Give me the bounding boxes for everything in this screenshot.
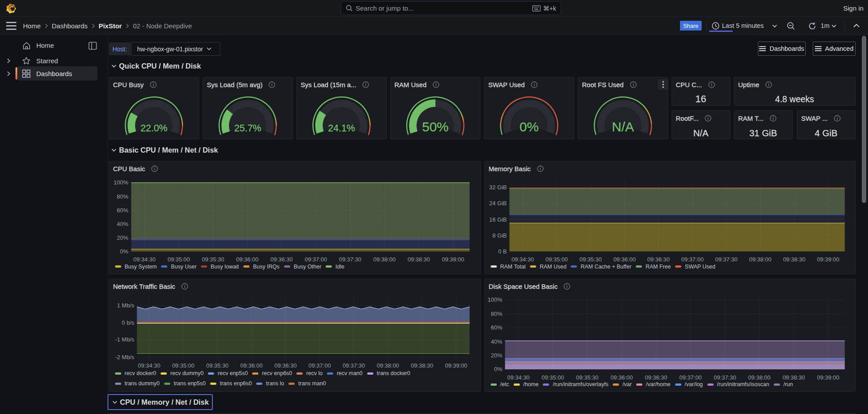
svg-text:25.7%: 25.7% (234, 123, 261, 134)
svg-text:20%: 20% (491, 352, 502, 359)
svg-text:09:35:30: 09:35:30 (202, 256, 224, 262)
svg-text:80%: 80% (491, 310, 502, 317)
svg-text:09:37:30: 09:37:30 (715, 256, 737, 262)
svg-text:16 GiB: 16 GiB (489, 216, 507, 222)
svg-text:09:37:30: 09:37:30 (339, 256, 361, 262)
svg-text:0%: 0% (494, 366, 502, 372)
svg-text:09:38:00: 09:38:00 (748, 374, 771, 380)
svg-text:09:35:30: 09:35:30 (579, 256, 602, 262)
svg-text:-1 Mb/s: -1 Mb/s (115, 336, 134, 343)
svg-text:09:39:00: 09:39:00 (817, 374, 839, 380)
svg-text:09:39:00: 09:39:00 (817, 256, 839, 262)
svg-text:60%: 60% (491, 324, 502, 331)
svg-text:09:34:30: 09:34:30 (511, 256, 534, 262)
svg-text:09:36:00: 09:36:00 (610, 374, 633, 380)
svg-text:100%: 100% (488, 296, 503, 303)
svg-text:09:35:00: 09:35:00 (545, 256, 568, 262)
svg-text:09:38:30: 09:38:30 (411, 362, 433, 369)
svg-text:32 GiB: 32 GiB (489, 184, 507, 191)
svg-text:09:35:00: 09:35:00 (542, 374, 564, 380)
svg-text:24.1%: 24.1% (328, 123, 355, 134)
svg-text:09:38:00: 09:38:00 (373, 256, 396, 262)
svg-text:09:39:00: 09:39:00 (442, 256, 464, 262)
svg-text:N/A: N/A (611, 119, 634, 134)
svg-text:09:36:00: 09:36:00 (613, 256, 636, 262)
svg-text:09:38:30: 09:38:30 (783, 256, 805, 262)
svg-text:09:38:30: 09:38:30 (782, 374, 805, 380)
svg-text:09:39:00: 09:39:00 (445, 362, 467, 369)
svg-text:09:34:30: 09:34:30 (138, 362, 160, 369)
svg-text:09:37:30: 09:37:30 (714, 374, 736, 380)
svg-text:09:36:00: 09:36:00 (236, 256, 258, 262)
svg-text:09:37:00: 09:37:00 (679, 374, 702, 380)
svg-text:1 Mb/s: 1 Mb/s (117, 302, 134, 309)
svg-text:09:37:30: 09:37:30 (342, 362, 365, 369)
svg-text:09:36:30: 09:36:30 (645, 374, 667, 380)
svg-text:09:36:00: 09:36:00 (240, 362, 263, 369)
svg-text:20%: 20% (116, 234, 128, 241)
svg-text:09:35:00: 09:35:00 (172, 362, 194, 369)
svg-text:09:38:00: 09:38:00 (749, 256, 772, 262)
svg-text:24 GiB: 24 GiB (489, 200, 507, 207)
svg-text:0%: 0% (120, 248, 128, 254)
svg-text:60%: 60% (116, 207, 128, 213)
svg-text:-2 Mb/s: -2 Mb/s (115, 353, 134, 360)
svg-text:50%: 50% (422, 119, 448, 134)
svg-text:0 B: 0 B (498, 248, 507, 254)
svg-text:09:35:30: 09:35:30 (576, 374, 599, 380)
svg-text:09:35:30: 09:35:30 (206, 362, 228, 369)
svg-text:09:37:00: 09:37:00 (304, 256, 327, 262)
svg-text:09:34:30: 09:34:30 (507, 374, 530, 380)
svg-text:09:35:00: 09:35:00 (167, 256, 190, 262)
svg-text:09:37:00: 09:37:00 (308, 362, 331, 369)
svg-text:100%: 100% (113, 179, 128, 186)
svg-text:09:34:30: 09:34:30 (133, 256, 156, 262)
svg-text:22.0%: 22.0% (140, 123, 167, 134)
svg-text:09:37:00: 09:37:00 (681, 256, 703, 262)
svg-text:09:36:30: 09:36:30 (647, 256, 670, 262)
svg-text:0%: 0% (519, 119, 538, 134)
svg-text:40%: 40% (491, 338, 502, 345)
svg-text:09:38:30: 09:38:30 (407, 256, 430, 262)
svg-text:80%: 80% (116, 193, 128, 199)
svg-text:09:36:30: 09:36:30 (274, 362, 297, 369)
svg-text:09:38:00: 09:38:00 (376, 362, 399, 369)
svg-text:0 b/s: 0 b/s (122, 319, 134, 326)
svg-text:8 GiB: 8 GiB (492, 232, 507, 238)
svg-text:40%: 40% (116, 220, 128, 227)
svg-text:09:36:30: 09:36:30 (270, 256, 293, 262)
